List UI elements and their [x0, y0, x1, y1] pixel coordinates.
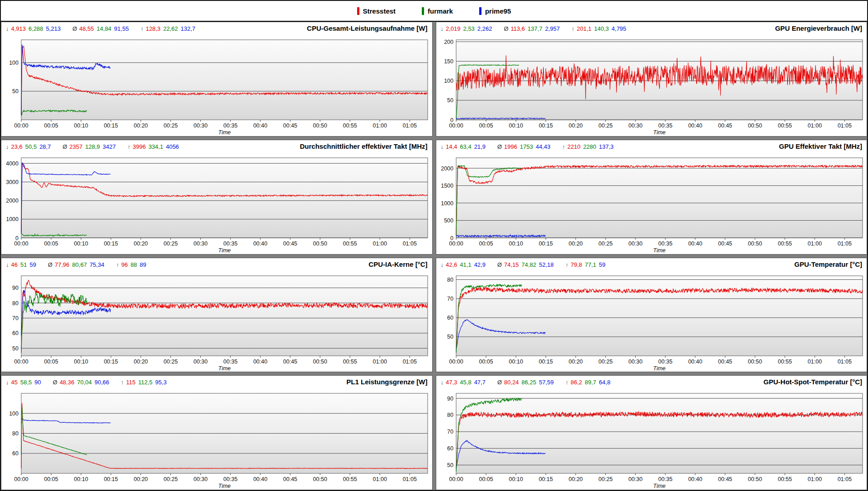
svg-text:00:55: 00:55 — [343, 476, 357, 482]
svg-text:00:25: 00:25 — [598, 241, 612, 247]
chart-plot-area: 608010000:0000:0500:1000:1500:2000:2500:… — [1, 390, 432, 490]
svg-text:00:30: 00:30 — [628, 476, 642, 482]
svg-text:00:15: 00:15 — [538, 476, 552, 482]
svg-text:80: 80 — [12, 300, 19, 306]
max-symbol-icon: ↑ — [141, 25, 144, 32]
svg-text:60: 60 — [12, 330, 19, 336]
max-symbol-icon: ↑ — [562, 143, 565, 150]
svg-text:00:05: 00:05 — [44, 123, 58, 129]
svg-text:50: 50 — [447, 462, 453, 468]
svg-text:00:25: 00:25 — [164, 123, 178, 129]
svg-text:00:20: 00:20 — [568, 476, 582, 482]
legend-item-stresstest: Stresstest — [357, 7, 396, 15]
stat-avg-stresstest: 1996 — [504, 143, 517, 150]
svg-text:80: 80 — [12, 430, 19, 437]
stat-min-prime95: 59 — [29, 261, 36, 268]
svg-text:01:05: 01:05 — [403, 476, 417, 482]
chart-title: GPU-Temperatur [°C] — [794, 260, 862, 268]
max-symbol-icon: ↑ — [571, 25, 575, 32]
svg-text:00:40: 00:40 — [253, 123, 267, 129]
stat-max-stresstest: 96 — [121, 261, 127, 268]
svg-text:00:50: 00:50 — [313, 359, 327, 365]
stat-min-stresstest: 23,6 — [11, 143, 23, 150]
stat-avg-stresstest: 113,6 — [511, 25, 525, 32]
svg-text:00:00: 00:00 — [14, 359, 28, 365]
stat-min-furmark: 58,5 — [20, 379, 32, 386]
svg-text:00:05: 00:05 — [44, 359, 58, 365]
chart-title: GPU Effektiver Takt [MHz] — [779, 142, 862, 150]
min-symbol-icon: ↓ — [6, 379, 9, 386]
stat-avg-furmark: 1753 — [520, 143, 533, 150]
svg-text:70: 70 — [447, 296, 453, 302]
max-symbol-icon: ↑ — [566, 379, 569, 386]
svg-text:Time: Time — [218, 129, 231, 136]
stat-avg-prime95: 44,43 — [536, 143, 551, 150]
stat-avg-furmark: 137,7 — [528, 25, 542, 32]
stat-max-stresstest: 86,2 — [571, 379, 582, 386]
min-symbol-icon: ↓ — [6, 25, 9, 32]
chart-plot-area: 5060708000:0000:0500:1000:1500:2000:2500… — [436, 272, 867, 372]
svg-text:00:15: 00:15 — [538, 359, 552, 365]
svg-text:00:30: 00:30 — [193, 241, 208, 247]
stat-min-prime95: 42,9 — [474, 261, 486, 268]
stat-min-stresstest: 14,4 — [446, 143, 457, 150]
svg-text:00:05: 00:05 — [479, 359, 493, 365]
svg-text:00:40: 00:40 — [688, 476, 702, 482]
stat-min-stresstest: 42,6 — [446, 261, 457, 268]
svg-text:70: 70 — [12, 315, 19, 321]
stat-min-stresstest: 4,913 — [11, 25, 26, 32]
stat-avg-stresstest: 2357 — [70, 143, 83, 150]
stat-max-stresstest: 3996 — [132, 143, 146, 150]
svg-text:01:00: 01:00 — [807, 476, 821, 482]
stat-max-stresstest: 115 — [126, 379, 136, 386]
legend: Stresstest furmark prime95 — [1, 1, 867, 22]
svg-text:00:25: 00:25 — [598, 123, 612, 129]
chart-panel: ↓ 23,6 50,5 28,7 Ø 2357 128,9 3427 ↑ 399… — [1, 140, 433, 255]
svg-text:00:10: 00:10 — [74, 123, 88, 129]
stat-min-furmark: 45,8 — [460, 379, 471, 386]
stat-min-prime95: 2,262 — [477, 25, 492, 32]
svg-text:00:50: 00:50 — [748, 359, 762, 365]
svg-text:00:25: 00:25 — [164, 476, 178, 482]
stat-max-furmark: 334,1 — [148, 143, 163, 150]
svg-text:00:25: 00:25 — [164, 359, 178, 365]
svg-text:00:30: 00:30 — [193, 476, 208, 482]
svg-text:00:45: 00:45 — [718, 359, 732, 365]
svg-text:00:55: 00:55 — [778, 241, 792, 247]
svg-text:01:00: 01:00 — [807, 123, 821, 129]
chart-header: ↓ 2,019 2,53 2,262 Ø 113,6 137,7 2,957 ↑… — [436, 22, 867, 36]
chart-plot-area: 5010000:0000:0500:1000:1500:2000:2500:30… — [1, 36, 432, 136]
svg-text:00:15: 00:15 — [104, 241, 118, 247]
chart-plot-area: 0100020003000400000:0000:0500:1000:1500:… — [1, 154, 432, 254]
stat-max-furmark: 112,5 — [138, 379, 153, 386]
svg-text:01:05: 01:05 — [403, 123, 417, 129]
stat-avg-stresstest: 80,24 — [504, 379, 519, 386]
svg-text:00:50: 00:50 — [313, 476, 327, 482]
chart-title: PL1 Leistungsgrenze [W] — [346, 378, 427, 386]
stat-max-stresstest: 128,3 — [146, 25, 160, 32]
stat-avg-furmark: 128,9 — [85, 143, 100, 150]
svg-text:01:00: 01:00 — [807, 359, 821, 365]
svg-text:00:35: 00:35 — [223, 476, 237, 482]
charts-grid: ↓ 4,913 6,288 5,213 Ø 48,55 14,84 91,55 … — [1, 22, 867, 490]
svg-text:00:15: 00:15 — [104, 123, 118, 129]
chart-header: ↓ 47,3 45,8 47,7 Ø 80,24 86,25 57,59 ↑ 8… — [436, 376, 867, 390]
chart-stats: ↓ 45 58,5 90 Ø 48,36 70,04 90,66 ↑ 115 1… — [6, 379, 170, 386]
stat-min-prime95: 28,7 — [39, 143, 51, 150]
svg-text:00:30: 00:30 — [628, 241, 642, 247]
stat-avg-stresstest: 74,15 — [504, 261, 519, 268]
chart-header: ↓ 14,4 63,4 21,9 Ø 1996 1753 44,43 ↑ 221… — [436, 140, 867, 154]
prime95-color-swatch-icon — [479, 7, 481, 15]
svg-text:00:35: 00:35 — [658, 359, 672, 365]
stat-max-prime95: 59 — [599, 261, 605, 268]
svg-text:00:55: 00:55 — [778, 476, 792, 482]
stat-max-furmark: 89,7 — [585, 379, 596, 386]
chart-plot-area: 506070809000:0000:0500:1000:1500:2000:25… — [1, 272, 432, 372]
chart-stats: ↓ 42,6 41,1 42,9 Ø 74,15 74,82 52,18 ↑ 7… — [441, 261, 609, 268]
chart-panel: ↓ 4,913 6,288 5,213 Ø 48,55 14,84 91,55 … — [1, 22, 433, 137]
stat-min-furmark: 2,53 — [463, 25, 475, 32]
svg-text:2000: 2000 — [6, 198, 19, 204]
furmark-color-swatch-icon — [422, 7, 424, 15]
stat-avg-prime95: 2,957 — [545, 25, 560, 32]
stat-max-prime95: 64,8 — [599, 379, 610, 386]
